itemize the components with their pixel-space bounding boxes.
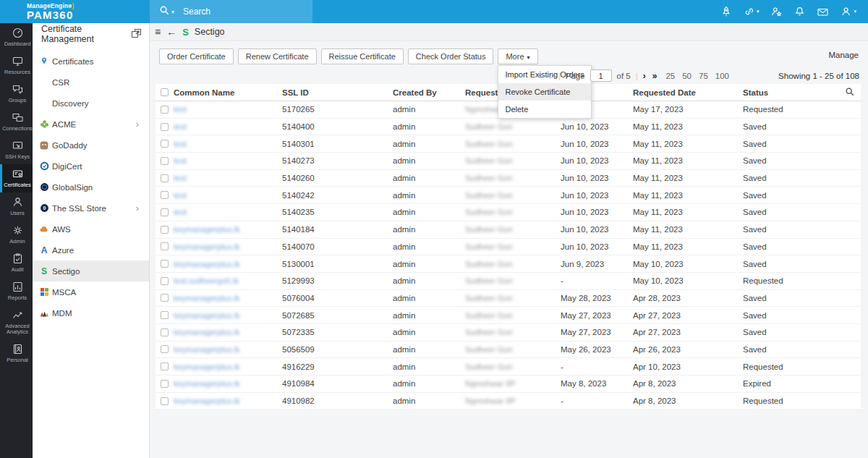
menu-item-msca[interactable]: MSCA — [33, 281, 149, 302]
sidebar-item-reports[interactable]: Reports — [0, 277, 33, 305]
menu-item-delete[interactable]: Delete — [498, 101, 590, 118]
row-checkbox[interactable] — [161, 140, 169, 148]
check-order-status-button[interactable]: Check Order Status — [408, 48, 494, 64]
menu-item-csr[interactable]: CSR — [33, 72, 149, 93]
menu-item-godaddy[interactable]: GoDaddy — [33, 135, 149, 156]
row-checkbox[interactable] — [161, 294, 169, 302]
common-name-link[interactable]: test — [174, 191, 187, 200]
menu-item-aws[interactable]: AWS — [33, 219, 149, 239]
common-name-link[interactable]: test — [174, 208, 187, 216]
menu-item-azure[interactable]: A Azure — [33, 239, 149, 260]
more-button[interactable]: More▾ — [498, 48, 537, 64]
column-header-requested-date[interactable]: Requested Date — [633, 88, 743, 97]
common-name-link[interactable]: test — [174, 174, 187, 182]
row-checkbox[interactable] — [161, 123, 169, 131]
quick-launch-icon[interactable] — [720, 6, 732, 17]
row-checkbox[interactable] — [161, 106, 169, 114]
first-page-icon[interactable]: « — [537, 71, 544, 81]
menu-item-acme[interactable]: ACME › — [33, 114, 149, 135]
row-checkbox[interactable] — [161, 380, 169, 388]
sidebar-item-certificates[interactable]: Certificates — [0, 164, 33, 192]
common-name-link[interactable]: keymanagerplus.lk — [174, 294, 240, 302]
row-checkbox[interactable] — [161, 208, 169, 216]
sidebar-item-groups[interactable]: Groups — [0, 80, 33, 108]
row-checkbox[interactable] — [161, 157, 169, 165]
common-name-link[interactable]: keymanagerplus.lk — [174, 260, 240, 268]
row-checkbox[interactable] — [161, 191, 169, 199]
sidebar-item-admin[interactable]: Admin — [0, 221, 33, 249]
row-checkbox[interactable] — [161, 242, 169, 250]
common-name-link[interactable]: test — [174, 105, 187, 114]
order-certificate-button[interactable]: Order Certificate — [159, 48, 234, 64]
row-checkbox[interactable] — [161, 328, 169, 336]
row-checkbox[interactable] — [161, 260, 169, 268]
sidebar-item-personal[interactable]: Personal — [0, 339, 33, 368]
collapse-menu-icon[interactable]: ≡ — [155, 26, 161, 38]
menu-item-ssl-store[interactable]: 0 The SSL Store › — [33, 198, 149, 219]
sidebar-item-ssh-keys[interactable]: SSH Keys — [0, 136, 33, 164]
page-size-100[interactable]: 100 — [715, 72, 729, 80]
common-name-link[interactable]: keymanagerplus.lk — [174, 311, 240, 320]
menu-item-revoke-certificate[interactable]: Revoke Certificate — [498, 83, 590, 101]
link-icon[interactable]: ▾ — [744, 6, 760, 17]
menu-item-globalsign[interactable]: GlobalSign — [33, 177, 149, 198]
common-name-link[interactable]: keymanagerplus.lk — [174, 362, 240, 371]
sidebar-item-connections[interactable]: Connections — [0, 108, 33, 136]
common-name-link[interactable]: keymanagerplus.lk — [174, 242, 240, 251]
row-checkbox[interactable] — [161, 362, 169, 370]
menu-item-mdm[interactable]: MDM — [33, 302, 149, 323]
common-name-link[interactable]: test — [174, 122, 187, 131]
common-name-link[interactable]: test — [174, 140, 187, 148]
table-search-icon[interactable] — [845, 87, 855, 98]
column-header-status[interactable]: Status — [743, 88, 844, 97]
reissue-certificate-button[interactable]: Reissue Certificate — [321, 48, 404, 64]
next-page-icon[interactable]: › — [643, 71, 647, 81]
user-star-icon[interactable] — [770, 6, 783, 17]
column-header-common-name[interactable]: Common Name — [174, 88, 282, 97]
menu-item-certificates[interactable]: Certificates — [33, 51, 149, 72]
common-name-link[interactable]: keymanagerplus.lk — [174, 396, 240, 405]
sidebar-item-users[interactable]: Users — [0, 192, 33, 221]
page-size-50[interactable]: 50 — [682, 72, 692, 80]
common-name-link[interactable]: keymanagerplus.lk — [174, 225, 240, 234]
row-checkbox[interactable] — [161, 397, 169, 405]
previous-page-icon[interactable]: ‹ — [549, 71, 553, 81]
page-size-75[interactable]: 75 — [699, 72, 708, 80]
menu-item-digicert[interactable]: DigiCert — [33, 156, 149, 177]
common-name-link[interactable]: test — [174, 156, 187, 165]
common-name-link[interactable]: keymanagerplus.lk — [174, 379, 240, 388]
mail-icon[interactable] — [817, 7, 829, 17]
user-account-icon[interactable]: ▾ — [841, 6, 856, 17]
expiry-cell: - — [561, 362, 633, 371]
brand-logo[interactable]: ManageEngine) PAM360 — [27, 2, 74, 20]
page-number-input[interactable] — [590, 69, 612, 82]
page-size-25[interactable]: 25 — [665, 72, 675, 80]
notifications-bell-icon[interactable] — [794, 6, 805, 17]
common-name-link[interactable]: test.sudheergoh.lk — [174, 276, 239, 285]
renew-certificate-button[interactable]: Renew Certificate — [238, 48, 317, 64]
sidebar-item-advanced-analytics[interactable]: Advanced Analytics — [0, 305, 33, 339]
row-checkbox[interactable] — [161, 174, 169, 182]
row-checkbox[interactable] — [161, 345, 169, 353]
ssl-id-cell: 5140184 — [282, 225, 393, 234]
global-search-bar[interactable]: ▾ Search — [150, 0, 312, 23]
popout-icon[interactable] — [131, 28, 142, 41]
created-by-cell: admin — [393, 379, 465, 388]
manage-link[interactable]: Manage — [828, 51, 859, 59]
select-all-checkbox[interactable] — [161, 88, 169, 96]
menu-item-discovery[interactable]: Discovery — [33, 93, 149, 114]
sidebar-item-audit[interactable]: Audit — [0, 249, 33, 277]
last-page-icon[interactable]: » — [652, 71, 659, 81]
column-header-ssl-id[interactable]: SSL ID — [282, 88, 393, 97]
common-name-link[interactable]: keymanagerplus.lk — [174, 328, 240, 336]
common-name-link[interactable]: keymanagerplus.lk — [174, 345, 240, 354]
sidebar-item-dashboard[interactable]: Dashboard — [0, 23, 33, 51]
row-checkbox[interactable] — [161, 277, 169, 285]
back-arrow-icon[interactable]: ← — [166, 26, 176, 38]
menu-item-sectigo[interactable]: S Sectigo — [33, 260, 149, 281]
sidebar-item-resources[interactable]: Resources — [0, 51, 33, 80]
column-header-created-by[interactable]: Created By — [393, 88, 465, 97]
row-checkbox[interactable] — [161, 226, 169, 234]
table-row: keymanagerplus.lk 5072685 admin Sudheer … — [156, 307, 861, 324]
row-checkbox[interactable] — [161, 311, 169, 319]
